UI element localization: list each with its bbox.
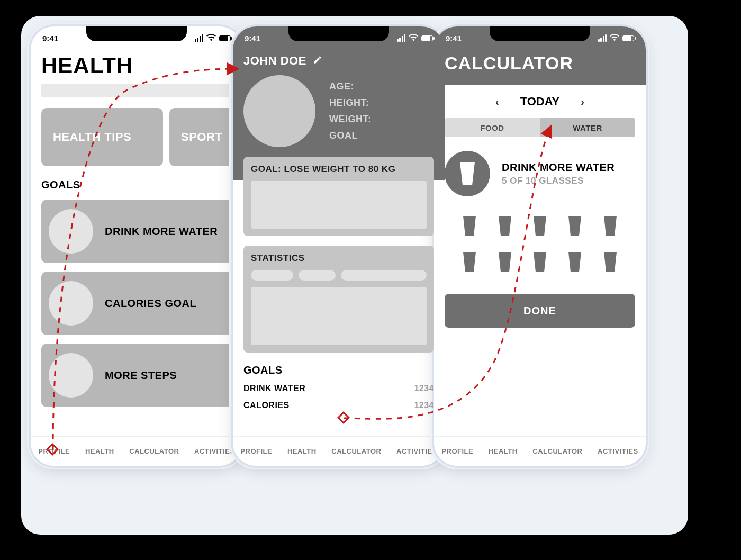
goal-panel-title: GOAL: LOSE WEIGHT TO 80 KG	[251, 164, 427, 175]
wifi-icon	[610, 34, 619, 43]
goal-card-steps[interactable]: MORE STEPS	[41, 344, 232, 407]
phone-notch	[490, 26, 590, 41]
segment-label: FOOD	[480, 123, 504, 132]
nav-calculator[interactable]: CALCULATOR	[129, 447, 179, 455]
glass-icon	[445, 151, 490, 196]
profile-name-row: JOHN DOE	[243, 54, 434, 68]
stats-filter-pills[interactable]	[251, 270, 427, 281]
goal-panel: GOAL: LOSE WEIGHT TO 80 KG	[243, 157, 434, 236]
goal-label: MORE STEPS	[105, 369, 177, 382]
goal-card-water[interactable]: DRINK MORE WATER	[41, 200, 232, 263]
goal-panel-chart	[251, 181, 427, 229]
glass-item[interactable]	[593, 251, 628, 273]
goal-row-label: CALORIES	[243, 401, 290, 410]
segment-water[interactable]: WATER	[540, 118, 635, 137]
segment-food[interactable]: FOOD	[445, 118, 540, 137]
page-title: HEALTH	[41, 53, 232, 78]
status-time: 9:41	[446, 34, 462, 43]
goal-label: CALORIES GOAL	[105, 297, 196, 310]
tile-sport[interactable]: SPORT	[169, 108, 242, 166]
goal-row-water[interactable]: DRINK WATER 1234	[243, 384, 434, 393]
status-icons	[397, 34, 433, 43]
glass-item[interactable]	[452, 215, 487, 237]
phone-calculator: 9:41 CALCULATOR ‹ TODAY › FOOD WATER	[434, 26, 646, 466]
nav-profile[interactable]: PROFILE	[38, 447, 70, 455]
fact-goal: GOAL	[329, 130, 372, 141]
signal-icon	[195, 34, 204, 42]
signal-icon	[598, 34, 607, 42]
nav-health[interactable]: HEALTH	[85, 447, 114, 455]
battery-icon	[622, 35, 634, 41]
status-time: 9:41	[42, 34, 58, 43]
phone-notch	[288, 26, 389, 41]
goals-heading: GOALS	[41, 179, 232, 191]
battery-icon	[421, 35, 433, 41]
wifi-icon	[206, 34, 216, 43]
goal-row-value: 1234	[414, 401, 434, 410]
fact-height: HEIGHT:	[329, 97, 372, 109]
goal-icon	[49, 281, 93, 326]
glass-item[interactable]	[557, 215, 592, 237]
status-icons	[598, 34, 635, 43]
tile-health-tips[interactable]: HEALTH TIPS	[41, 108, 163, 166]
goal-icon	[49, 209, 93, 254]
stats-panel-title: STATISTICS	[251, 253, 427, 264]
profile-facts: AGE: HEIGHT: WEIGHT: GOAL	[329, 81, 372, 141]
stats-panel-chart	[251, 287, 427, 345]
signal-icon	[397, 34, 406, 42]
date-label: TODAY	[520, 95, 560, 109]
goal-row-value: 1234	[414, 384, 434, 393]
glass-grid	[445, 215, 635, 273]
done-label: DONE	[523, 305, 556, 317]
glass-item[interactable]	[522, 215, 557, 237]
goal-summary-sub: 5 OF 10 GLASSES	[502, 176, 615, 186]
goal-label: DRINK MORE WATER	[105, 225, 218, 238]
glass-item[interactable]	[557, 251, 592, 273]
wifi-icon	[409, 34, 418, 43]
fact-weight: WEIGHT:	[329, 114, 372, 125]
goal-row-label: DRINK WATER	[243, 384, 305, 393]
glass-item[interactable]	[487, 215, 522, 237]
glass-item[interactable]	[452, 251, 487, 273]
edit-icon[interactable]	[313, 54, 322, 68]
avatar[interactable]	[243, 75, 315, 147]
battery-icon	[219, 35, 231, 41]
goals-heading: GOALS	[243, 364, 434, 376]
status-time: 9:41	[245, 34, 260, 43]
done-button[interactable]: DONE	[445, 294, 635, 328]
phone-notch	[86, 26, 187, 41]
tile-label: SPORT	[181, 130, 222, 144]
chevron-right-icon[interactable]: ›	[581, 96, 584, 108]
phone-profile: 9:41 JOHN DOE AGE: HEIGHT:	[233, 26, 445, 466]
status-icons	[195, 34, 231, 43]
glass-item[interactable]	[522, 251, 557, 273]
page-title: CALCULATOR	[445, 53, 635, 74]
phone-health: 9:41 HEALTH HEALTH TIPS SPORT GOALS DRIN…	[31, 26, 242, 466]
goal-summary-title: DRINK MORE WATER	[502, 161, 615, 174]
segment-label: WATER	[573, 123, 602, 132]
segmented-control: FOOD WATER	[445, 118, 635, 137]
goal-icon	[49, 353, 93, 398]
profile-name: JOHN DOE	[243, 54, 306, 68]
goal-row-calories[interactable]: CALORIES 1234	[243, 401, 434, 410]
stats-panel: STATISTICS	[243, 246, 434, 353]
goal-card-calories[interactable]: CALORIES GOAL	[41, 272, 232, 335]
bottom-nav: PROFILE HEALTH CALCULATOR ACTIVITIES	[31, 436, 242, 466]
glass-item[interactable]	[487, 251, 522, 273]
chevron-left-icon[interactable]: ‹	[495, 96, 499, 108]
goal-summary: DRINK MORE WATER 5 OF 10 GLASSES	[445, 151, 635, 196]
date-selector: ‹ TODAY ›	[445, 95, 635, 109]
glass-item[interactable]	[593, 215, 628, 237]
nav-activities[interactable]: ACTIVITIES	[194, 447, 235, 455]
tile-label: HEALTH TIPS	[53, 130, 131, 144]
search-input[interactable]	[41, 84, 232, 97]
fact-age: AGE:	[329, 81, 372, 92]
